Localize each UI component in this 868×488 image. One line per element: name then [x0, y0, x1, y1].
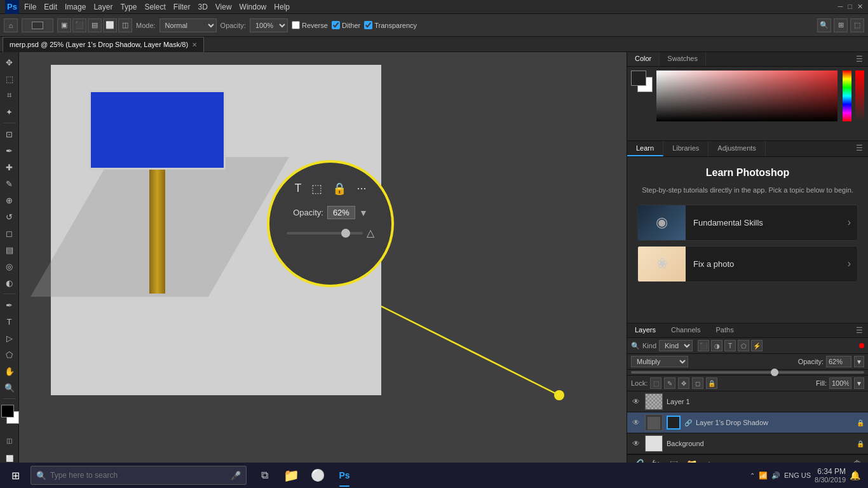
path-tool[interactable]: ▷: [2, 330, 17, 346]
history-tool[interactable]: ↺: [2, 209, 17, 224]
menu-image[interactable]: Image: [65, 3, 86, 11]
type-tool[interactable]: T: [2, 314, 17, 329]
clone-tool[interactable]: ⊕: [2, 193, 17, 208]
crop-tool[interactable]: ⊡: [2, 126, 17, 142]
menu-view[interactable]: View: [215, 3, 232, 11]
eyedropper-tool[interactable]: ✒: [2, 143, 17, 158]
filter-shape-btn[interactable]: ⬠: [738, 340, 749, 351]
reverse-checkbox[interactable]: [292, 21, 300, 29]
foreground-color[interactable]: [1, 405, 14, 417]
libraries-tab[interactable]: Libraries: [663, 141, 709, 156]
taskbar-search-input[interactable]: [50, 471, 227, 480]
layout-icon1[interactable]: ▣: [57, 18, 71, 32]
panel-menu-icon[interactable]: ☰: [851, 52, 868, 66]
taskview-btn[interactable]: ⧉: [252, 463, 277, 488]
file-tab[interactable]: merp.psd @ 25% (Layer 1's Drop Shadow, L…: [3, 37, 204, 52]
quick-mask[interactable]: ◫: [2, 433, 17, 448]
layout-icon3[interactable]: ▤: [88, 18, 102, 32]
filter-type-btn[interactable]: T: [724, 340, 736, 351]
blur-tool[interactable]: ◎: [2, 259, 17, 274]
wand-tool[interactable]: ✦: [2, 104, 17, 119]
move-tool[interactable]: ✥: [2, 55, 17, 70]
volume-icon[interactable]: 🔊: [771, 471, 780, 480]
lock-all-btn[interactable]: 🔒: [706, 377, 717, 389]
layers-panel-menu[interactable]: ☰: [851, 323, 868, 337]
menu-help[interactable]: Help: [274, 3, 290, 11]
channels-tab[interactable]: Channels: [663, 323, 708, 337]
zoom-tool[interactable]: 🔍: [2, 380, 17, 395]
lock-pixels-btn[interactable]: ✎: [664, 377, 675, 389]
menu-type[interactable]: Type: [120, 3, 137, 11]
tutorial-card-1[interactable]: ◉ Fundamental Skills ›: [637, 205, 858, 241]
swatches-tab[interactable]: Swatches: [660, 52, 706, 66]
opacity-arrow-btn[interactable]: ▼: [854, 356, 864, 367]
foreground-swatch[interactable]: [631, 71, 646, 86]
opacity-select[interactable]: 100%: [250, 18, 288, 32]
healing-tool[interactable]: ✚: [2, 159, 17, 175]
pen-tool[interactable]: ✒: [2, 297, 17, 313]
layer-3-visibility[interactable]: 👁: [631, 438, 641, 449]
layer-2-visibility[interactable]: 👁: [631, 417, 641, 428]
fill-input[interactable]: [829, 377, 851, 389]
menu-edit[interactable]: Edit: [44, 3, 57, 11]
chrome-btn[interactable]: ⚪: [305, 463, 330, 488]
lock-position-btn[interactable]: ✥: [678, 377, 689, 389]
menu-window[interactable]: Window: [240, 3, 267, 11]
filter-pixel-btn[interactable]: ⬛: [698, 340, 709, 351]
mic-icon[interactable]: 🎤: [231, 471, 241, 480]
tool-options-icon1[interactable]: [22, 18, 53, 32]
arrange-icon[interactable]: ⬚: [850, 18, 864, 32]
alpha-slider[interactable]: [855, 71, 864, 121]
layers-tab[interactable]: Layers: [627, 323, 663, 337]
workspace-icon[interactable]: ⊞: [834, 18, 848, 32]
mode-select[interactable]: Normal: [159, 18, 217, 32]
notification-icon[interactable]: 🔔: [850, 470, 860, 480]
color-gradient[interactable]: [656, 71, 837, 121]
lasso-tool[interactable]: ⌗: [2, 88, 17, 103]
layer-row-3[interactable]: 👁 Background 🔒: [627, 433, 868, 454]
color-tab[interactable]: Color: [627, 52, 660, 66]
menu-select[interactable]: Select: [144, 3, 165, 11]
eraser-tool[interactable]: ◻: [2, 226, 17, 241]
kind-select[interactable]: Kind: [659, 340, 693, 351]
layer-1-visibility[interactable]: 👁: [631, 396, 641, 407]
tab-close-icon[interactable]: ✕: [192, 41, 197, 48]
search-icon[interactable]: 🔍: [817, 18, 831, 32]
menu-filter[interactable]: Filter: [173, 3, 191, 11]
tutorial-card-2[interactable]: ❀ Fix a photo ›: [637, 246, 858, 282]
lock-transparent-btn[interactable]: ⬚: [650, 377, 661, 389]
shape-tool[interactable]: ⬠: [2, 347, 17, 362]
home-icon[interactable]: ⌂: [4, 18, 18, 32]
filter-smart-btn[interactable]: ⚡: [751, 340, 763, 351]
taskbar-search[interactable]: 🔍 🎤: [31, 466, 247, 485]
menu-layer[interactable]: Layer: [93, 3, 112, 11]
minimize-button[interactable]: ─: [838, 3, 843, 11]
file-explorer-btn[interactable]: 📁: [278, 463, 304, 488]
hue-slider[interactable]: [843, 71, 851, 121]
network-icon[interactable]: 📶: [759, 471, 768, 480]
dodge-tool[interactable]: ◐: [2, 275, 17, 290]
layer-row-1[interactable]: 👁 Layer 1: [627, 391, 868, 412]
lock-artboard-btn[interactable]: ◻: [692, 377, 703, 389]
layer-row-2[interactable]: 👁 🔗 Layer 1's Drop Shadow 🔒: [627, 412, 868, 433]
menu-file[interactable]: File: [24, 3, 36, 11]
hand-tool[interactable]: ✋: [2, 363, 17, 379]
dither-checkbox[interactable]: [332, 21, 340, 29]
close-button[interactable]: ✕: [857, 3, 863, 11]
tray-arrow[interactable]: ⌃: [750, 472, 755, 479]
learn-panel-menu-icon[interactable]: ☰: [851, 141, 868, 156]
start-button[interactable]: ⊞: [0, 463, 31, 488]
opacity-input[interactable]: [826, 356, 851, 367]
menu-3d[interactable]: 3D: [198, 3, 207, 11]
layout-icon4[interactable]: ⬜: [103, 18, 117, 32]
fill-arrow-btn[interactable]: ▼: [854, 377, 864, 389]
layout-icon2[interactable]: ⬛: [72, 18, 86, 32]
adjustments-tab[interactable]: Adjustments: [709, 141, 766, 156]
photoshop-btn[interactable]: Ps: [332, 463, 357, 488]
learn-tab[interactable]: Learn: [627, 141, 663, 156]
blend-mode-select[interactable]: Multiply: [631, 356, 688, 367]
system-clock[interactable]: 6:34 PM 8/30/2019: [815, 467, 846, 484]
layout-icon5[interactable]: ◫: [118, 18, 132, 32]
filter-adjust-btn[interactable]: ◑: [711, 340, 722, 351]
opacity-slider[interactable]: [631, 371, 864, 374]
